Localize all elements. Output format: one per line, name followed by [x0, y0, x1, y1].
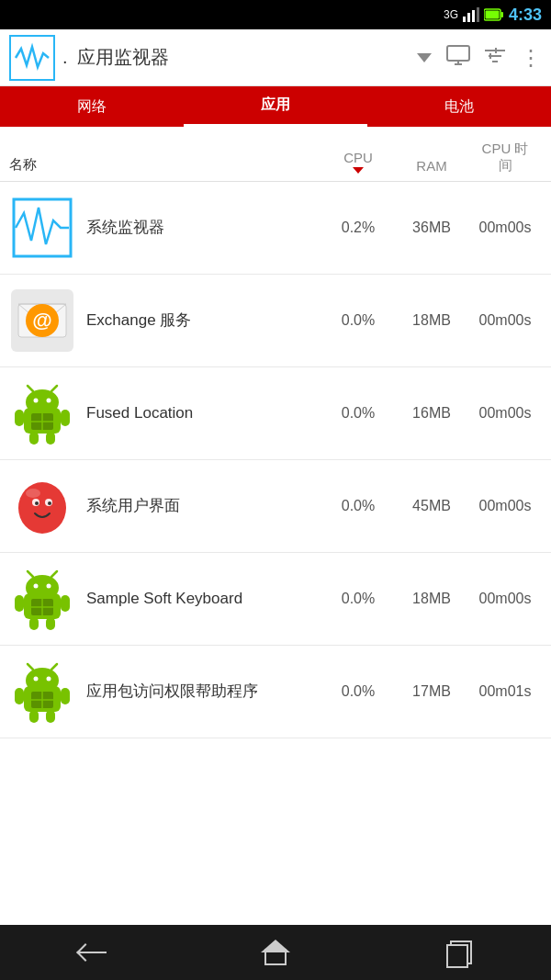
svg-rect-68	[46, 710, 55, 723]
column-headers: 名称 CPU RAM CPU 时间	[0, 127, 551, 182]
app-ram: 36MB	[395, 220, 468, 236]
svg-rect-0	[463, 17, 466, 22]
svg-rect-66	[61, 688, 70, 704]
col-ram-header[interactable]: RAM	[395, 158, 468, 174]
svg-point-41	[35, 501, 39, 505]
svg-rect-5	[500, 12, 503, 17]
app-ram: 45MB	[395, 498, 468, 514]
svg-rect-3	[477, 7, 479, 22]
app-row[interactable]: @ Exchange 服务 0.0% 18MB 00m00s	[0, 275, 551, 367]
app-cpu: 0.0%	[321, 498, 395, 514]
app-list: 系统监视器 0.2% 36MB 00m00s @ Exchange 服务 0.0…	[0, 182, 551, 925]
app-row[interactable]: 系统用户界面 0.0% 45MB 00m00s	[0, 460, 551, 553]
monitor-icon[interactable]	[446, 45, 470, 71]
app-logo	[9, 35, 55, 81]
app-icon-package-access	[9, 659, 75, 725]
app-row[interactable]: 应用包访问权限帮助程序 0.0% 17MB 00m01s	[0, 646, 551, 738]
svg-rect-52	[61, 595, 70, 612]
svg-rect-2	[472, 10, 475, 22]
app-cpu: 0.0%	[321, 312, 395, 329]
col-name-header: 名称	[9, 156, 321, 174]
svg-point-48	[47, 584, 51, 589]
tab-apps[interactable]: 应用	[184, 86, 367, 127]
svg-rect-54	[46, 617, 55, 630]
app-icon-system-monitor	[9, 195, 75, 261]
svg-rect-1	[467, 13, 470, 22]
svg-rect-53	[29, 617, 39, 630]
app-name: 系统监视器	[86, 217, 321, 239]
app-name: Fused Location	[86, 402, 321, 424]
app-cpu: 0.2%	[321, 220, 395, 236]
tab-network[interactable]: 网络	[0, 86, 184, 127]
svg-point-46	[26, 575, 59, 601]
app-cputime: 00m01s	[468, 683, 542, 700]
svg-point-42	[48, 501, 51, 505]
svg-rect-33	[46, 432, 55, 445]
svg-text:@: @	[32, 309, 51, 332]
app-cputime: 00m00s	[468, 591, 542, 607]
app-name: Sample Soft Keyboard	[86, 588, 321, 610]
battery-icon	[484, 8, 504, 21]
svg-rect-65	[15, 688, 24, 704]
svg-point-62	[47, 677, 51, 681]
app-cputime: 00m00s	[468, 220, 542, 236]
app-icon-fused-location	[9, 380, 75, 446]
svg-rect-32	[29, 432, 39, 445]
app-row[interactable]: 系统监视器 0.2% 36MB 00m00s	[0, 182, 551, 275]
app-cpu: 0.0%	[321, 591, 395, 607]
svg-point-27	[47, 399, 51, 403]
app-cputime: 00m00s	[468, 312, 542, 329]
svg-point-60	[26, 668, 59, 693]
svg-rect-67	[29, 710, 39, 723]
app-icon-keyboard	[9, 566, 75, 632]
app-cpu: 0.0%	[321, 683, 395, 700]
recents-button[interactable]	[432, 934, 487, 971]
app-icon-exchange: @	[9, 287, 75, 354]
dropdown-arrow-icon[interactable]	[417, 53, 432, 62]
svg-rect-8	[447, 46, 469, 61]
svg-point-38	[18, 482, 66, 534]
svg-rect-51	[15, 595, 24, 612]
more-icon[interactable]: ⋮	[520, 47, 542, 69]
status-bar: 3G 4:33	[0, 0, 551, 29]
app-row[interactable]: Sample Soft Keyboard 0.0% 18MB 00m00s	[0, 553, 551, 646]
app-ram: 18MB	[395, 312, 468, 329]
app-ram: 16MB	[395, 405, 468, 422]
app-cpu: 0.0%	[321, 405, 395, 422]
app-cputime: 00m00s	[468, 405, 542, 422]
tab-battery[interactable]: 电池	[367, 86, 551, 127]
app-title: 应用监视器	[77, 45, 410, 70]
app-name: Exchange 服务	[86, 310, 321, 332]
app-name: 系统用户界面	[86, 495, 321, 517]
svg-point-47	[34, 584, 39, 589]
filter-icon[interactable]	[483, 46, 507, 70]
sort-arrow-icon	[353, 167, 364, 174]
app-ram: 18MB	[395, 591, 468, 607]
back-button[interactable]	[64, 934, 119, 971]
svg-point-25	[26, 389, 59, 415]
app-bar: . 应用监视器 ⋮	[0, 29, 551, 86]
bottom-nav	[0, 925, 551, 980]
status-time: 4:33	[509, 6, 542, 25]
app-row[interactable]: Fused Location 0.0% 16MB 00m00s	[0, 367, 551, 460]
col-cpu-header[interactable]: CPU	[321, 150, 395, 174]
network-signal-icon: 3G	[444, 8, 458, 21]
signal-bars-icon	[463, 7, 479, 22]
svg-rect-30	[15, 410, 24, 426]
svg-rect-6	[485, 11, 499, 19]
app-name: 应用包访问权限帮助程序	[86, 681, 321, 703]
tab-bar: 网络 应用 电池	[0, 86, 551, 127]
home-button[interactable]	[248, 934, 303, 971]
col-cputime-header: CPU 时间	[468, 141, 542, 174]
svg-point-26	[34, 399, 39, 403]
app-title-dot: .	[62, 47, 68, 68]
svg-point-43	[26, 489, 40, 498]
app-ram: 17MB	[395, 683, 468, 700]
svg-point-61	[34, 677, 39, 681]
app-icon-system-ui	[9, 473, 75, 539]
svg-rect-31	[61, 410, 70, 426]
app-cputime: 00m00s	[468, 498, 542, 514]
